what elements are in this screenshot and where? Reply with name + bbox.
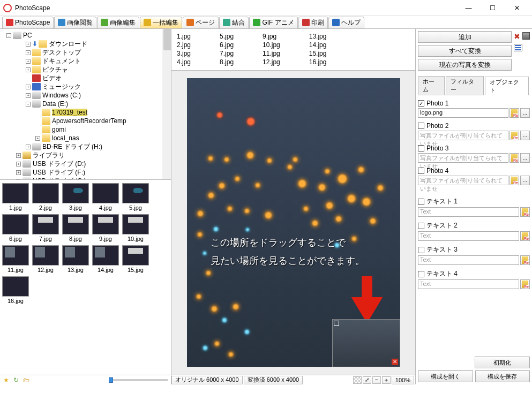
file-item[interactable]: 7.jpg <box>220 49 234 58</box>
close-button[interactable]: ✕ <box>505 0 529 16</box>
checker-icon[interactable] <box>353 376 362 384</box>
photo-path-1[interactable]: logo.png <box>418 108 508 118</box>
photo-browse-3[interactable]: ... <box>520 153 530 163</box>
photo-checkbox-3[interactable] <box>418 145 424 151</box>
photo-pin-3[interactable] <box>509 153 519 163</box>
photo-browse-1[interactable]: ... <box>520 108 530 118</box>
toolbar-tab-0[interactable]: PhotoScape <box>2 17 54 28</box>
file-item[interactable]: 16.jpg <box>309 58 327 66</box>
zoom-out-icon[interactable]: − <box>372 376 381 384</box>
photo-checkbox-2[interactable] <box>418 123 424 129</box>
toolbar-tab-7[interactable]: 印刷 <box>298 17 328 28</box>
text-checkbox-3[interactable] <box>418 247 424 253</box>
file-item[interactable]: 12.jpg <box>263 58 280 66</box>
thumbnail[interactable]: 9.jpg <box>92 214 119 242</box>
photo-path-3[interactable]: 写真ファイルが割り当てられていませ <box>418 153 508 163</box>
tab-filter[interactable]: フィルター <box>446 76 484 95</box>
navigator-close-icon[interactable]: ✕ <box>392 359 398 365</box>
toolbar-tab-1[interactable]: 画像閲覧 <box>54 17 96 28</box>
photo-browse-4[interactable]: ... <box>520 176 530 185</box>
file-item[interactable]: 8.jpg <box>220 58 234 66</box>
tree-pc[interactable]: PC <box>23 32 32 39</box>
file-item[interactable]: 1.jpg <box>177 32 191 41</box>
toolbar-tab-8[interactable]: ヘルプ <box>328 17 364 28</box>
file-item[interactable]: 6.jpg <box>220 41 234 49</box>
text-pin-1[interactable] <box>520 207 530 217</box>
text-checkbox-4[interactable] <box>418 271 424 277</box>
photo-checkbox-4[interactable] <box>418 168 424 174</box>
tab-home[interactable]: ホーム <box>418 76 445 95</box>
tree-expander[interactable]: + <box>16 153 21 158</box>
zoom-percent[interactable]: 100% <box>392 376 414 384</box>
thumbnail[interactable]: 11.jpg <box>2 245 29 273</box>
text-input-2[interactable]: Text <box>418 231 519 241</box>
tree-item-0[interactable]: +⬇ダウンロード <box>1 40 170 48</box>
tree-item-5[interactable]: +ミュージック <box>1 82 170 91</box>
file-item[interactable]: 5.jpg <box>220 32 234 41</box>
thumbnail-zoom-slider[interactable] <box>34 379 168 381</box>
tree-item-10[interactable]: gomi <box>1 125 170 134</box>
convert-current-button[interactable]: 現在の写真を変換 <box>418 59 512 71</box>
file-item[interactable]: 4.jpg <box>177 58 191 66</box>
thumbnail[interactable]: 13.jpg <box>62 245 89 273</box>
photo-pin-2[interactable] <box>509 131 519 140</box>
file-item[interactable]: 11.jpg <box>263 49 280 58</box>
file-item[interactable]: 10.jpg <box>263 41 280 49</box>
convert-all-button[interactable]: すべて変換 <box>418 45 512 57</box>
thumbnail[interactable]: 1.jpg <box>2 183 29 211</box>
tree-expander[interactable]: + <box>26 93 31 98</box>
tree-item-15[interactable]: +USB ドライブ (F:) <box>1 168 170 177</box>
tree-expander[interactable]: + <box>16 170 21 175</box>
photo-pin-1[interactable] <box>509 108 519 118</box>
tree-item-14[interactable]: +USB ドライブ (D:) <box>1 160 170 168</box>
tree-expander[interactable]: + <box>26 85 31 89</box>
file-item[interactable]: 2.jpg <box>177 41 191 49</box>
toolbar-tab-5[interactable]: 結合 <box>219 17 249 28</box>
tree-scrollbar[interactable] <box>162 29 171 179</box>
fit-icon[interactable]: ⤢ <box>363 376 371 384</box>
thumbnail[interactable]: 6.jpg <box>2 214 29 242</box>
status-converted-size[interactable]: 変換済 6000 x 4000 <box>244 376 303 384</box>
tree-expander[interactable]: + <box>26 59 31 64</box>
reset-button[interactable]: 初期化 <box>475 357 530 368</box>
star-icon[interactable]: ★ <box>3 376 9 384</box>
file-item[interactable]: 14.jpg <box>309 41 327 49</box>
file-item[interactable]: 13.jpg <box>309 32 327 41</box>
file-item[interactable]: 9.jpg <box>263 32 280 41</box>
tree-item-2[interactable]: +ドキュメント <box>1 57 170 65</box>
remove-icon[interactable]: ✖ <box>514 32 520 41</box>
text-pin-2[interactable] <box>520 231 530 241</box>
thumbnail[interactable]: 4.jpg <box>92 183 119 211</box>
tree-item-13[interactable]: +ライブラリ <box>1 151 170 160</box>
tree-item-12[interactable]: +BD-RE ドライブ (H:) <box>1 142 170 151</box>
thumbnail[interactable]: 14.jpg <box>92 245 119 273</box>
tree-item-1[interactable]: +デスクトップ <box>1 48 170 57</box>
toolbar-tab-2[interactable]: 画像編集 <box>97 17 139 28</box>
thumbnail[interactable]: 2.jpg <box>32 183 59 211</box>
zoom-in-icon[interactable]: ＋ <box>382 376 391 384</box>
tree-expander[interactable]: + <box>35 136 40 141</box>
photo-path-2[interactable]: 写真ファイルが割り当てられていませ <box>418 131 508 140</box>
thumbnail[interactable]: 10.jpg <box>122 214 149 242</box>
text-input-3[interactable]: Text <box>418 255 519 265</box>
tree-expander[interactable]: + <box>26 42 31 47</box>
file-item[interactable]: 15.jpg <box>309 49 327 58</box>
text-input-4[interactable]: Text <box>418 279 519 289</box>
toolbar-tab-3[interactable]: 一括編集 <box>140 17 182 28</box>
thumbnail[interactable]: 16.jpg <box>2 276 29 304</box>
photo-checkbox-1[interactable]: ✓ <box>418 100 424 107</box>
maximize-button[interactable]: ☐ <box>481 0 505 16</box>
thumbnail[interactable]: 3.jpg <box>62 183 89 211</box>
toolbar-tab-6[interactable]: GIF アニメ <box>249 17 297 28</box>
tree-item-11[interactable]: +local_nas <box>1 134 170 142</box>
list-options-icon[interactable] <box>514 44 522 51</box>
thumbnail[interactable]: 8.jpg <box>62 214 89 242</box>
save-config-button[interactable]: 構成を保存 <box>475 370 530 382</box>
thumbnail[interactable]: 7.jpg <box>32 214 59 242</box>
tree-expander[interactable]: + <box>26 67 31 72</box>
folder-open-icon[interactable]: 🗁 <box>23 376 29 384</box>
refresh-icon[interactable]: ↻ <box>13 376 19 384</box>
text-pin-3[interactable] <box>520 255 530 265</box>
thumbnail[interactable]: 15.jpg <box>122 245 149 273</box>
text-checkbox-1[interactable] <box>418 199 424 205</box>
